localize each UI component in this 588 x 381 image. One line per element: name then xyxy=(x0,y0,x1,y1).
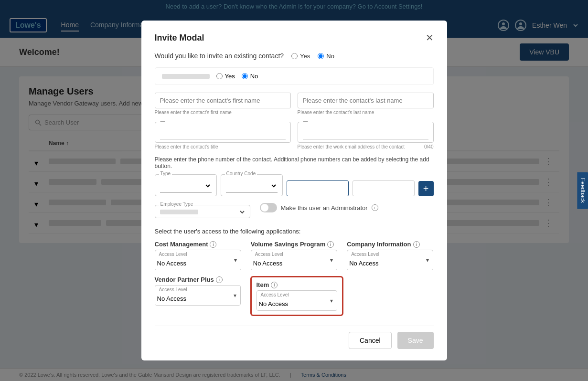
vendor-partner-access: Vendor Partner Plus i Access Level No Ac… xyxy=(155,276,241,306)
item-access-label: Access Level xyxy=(257,291,337,297)
country-code-label: Country Code xyxy=(225,171,257,176)
admin-toggle[interactable] xyxy=(260,203,277,212)
cost-management-title: Cost Management i xyxy=(155,241,241,248)
feedback-tab[interactable]: Feedback xyxy=(577,172,588,209)
admin-toggle-row: Make this user an Administrator i xyxy=(260,203,378,212)
employee-type-group: Employee Type xyxy=(155,205,250,218)
invite-modal: Invite Modal ✕ Would you like to invite … xyxy=(141,21,447,360)
company-information-select-wrap: Access Level No Access xyxy=(347,250,433,270)
blurred-label xyxy=(162,74,210,79)
second-radio-no[interactable]: No xyxy=(242,73,258,80)
company-information-access-label: Access Level xyxy=(347,250,433,257)
second-radio-yes[interactable]: Yes xyxy=(216,73,235,80)
access-grid-row1: Cost Management i Access Level No Access… xyxy=(155,241,434,270)
second-radio-no-input[interactable] xyxy=(242,73,248,79)
employee-type-wrap: Employee Type xyxy=(155,205,250,218)
vendor-partner-select[interactable]: No Access xyxy=(155,292,240,305)
last-name-label: Please enter the contact's last name xyxy=(298,110,434,115)
radio-yes-input[interactable] xyxy=(291,53,298,59)
employee-admin-row: Employee Type Make this user an Administ… xyxy=(155,203,434,220)
cost-management-select[interactable]: No Access xyxy=(155,257,241,270)
country-code-group: Country Code xyxy=(221,174,283,196)
phone-ext-group xyxy=(353,180,415,196)
volume-savings-select[interactable]: No Access xyxy=(251,257,337,270)
admin-info-icon: i xyxy=(372,204,378,211)
employee-type-label: Employee Type xyxy=(159,201,195,207)
vendor-partner-select-wrap: Access Level No Access xyxy=(155,285,241,306)
company-information-access: Company Information i Access Level No Ac… xyxy=(347,241,433,270)
add-phone-button[interactable]: + xyxy=(418,181,434,196)
title-input[interactable] xyxy=(160,126,286,139)
radio-no[interactable]: No xyxy=(318,53,334,60)
phone-instruction: Please enter the phone number of the con… xyxy=(155,156,434,169)
second-radio-yes-input[interactable] xyxy=(216,73,223,79)
volume-savings-info-icon: i xyxy=(327,241,334,248)
item-access-highlighted: Item i Access Level No Access xyxy=(250,276,343,316)
modal-overlay: Invite Modal ✕ Would you like to invite … xyxy=(0,0,588,381)
first-name-input[interactable] xyxy=(155,93,291,108)
volume-savings-access: Volume Savings Program i Access Level No… xyxy=(251,241,337,270)
volume-savings-access-label: Access Level xyxy=(251,250,337,257)
cost-management-info-icon: i xyxy=(210,241,216,248)
title-hint: Please enter the contact's title xyxy=(155,144,291,149)
item-info-icon: i xyxy=(271,282,278,288)
admin-label: Make this user an Administrator xyxy=(281,204,368,212)
access-section-label: Select the user's access to the followin… xyxy=(155,228,434,235)
company-information-title: Company Information i xyxy=(347,241,433,248)
title-field-label: — xyxy=(159,118,167,124)
email-field-wrap: — xyxy=(298,122,434,143)
item-select[interactable]: No Access xyxy=(257,297,337,310)
email-group: — Please enter the work email address of… xyxy=(298,122,434,149)
cost-management-access: Cost Management i Access Level No Access xyxy=(155,241,241,270)
cost-management-access-label: Access Level xyxy=(155,250,241,257)
existing-contact-question: Would you like to invite an existing con… xyxy=(155,52,434,60)
modal-footer: Cancel Save xyxy=(155,326,434,349)
type-label: Type xyxy=(159,171,172,176)
title-email-row: — Please enter the contact's title — Ple… xyxy=(155,122,434,149)
last-name-group: Please enter the contact's last name xyxy=(298,93,434,115)
radio-yes[interactable]: Yes xyxy=(291,53,310,60)
volume-savings-title: Volume Savings Program i xyxy=(251,241,337,248)
country-code-select[interactable] xyxy=(226,179,278,193)
email-field-label: — xyxy=(302,118,310,124)
access-grid-row2: Vendor Partner Plus i Access Level No Ac… xyxy=(155,276,434,316)
phone-ext-input[interactable] xyxy=(353,180,415,196)
type-field-wrap: Type xyxy=(155,174,217,196)
title-field-wrap: — xyxy=(155,122,291,143)
title-group: — Please enter the contact's title xyxy=(155,122,291,149)
volume-savings-select-wrap: Access Level No Access xyxy=(251,250,337,270)
first-name-group: Please enter the contact's first name xyxy=(155,93,291,115)
type-select[interactable] xyxy=(160,179,212,193)
item-title: Item i xyxy=(257,281,337,288)
employee-type-value xyxy=(160,210,198,214)
second-toggle-row: Yes No xyxy=(155,67,434,85)
question-text: Would you like to invite an existing con… xyxy=(155,52,284,60)
phone-number-input[interactable] xyxy=(287,180,349,196)
company-information-info-icon: i xyxy=(413,241,420,248)
email-input[interactable] xyxy=(303,126,428,139)
cancel-button[interactable]: Cancel xyxy=(349,332,392,349)
name-row: Please enter the contact's first name Pl… xyxy=(155,93,434,115)
phone-type-group: Type xyxy=(155,174,217,196)
first-name-label: Please enter the contact's first name xyxy=(155,110,291,115)
email-hint: Please enter the work email address of t… xyxy=(298,144,405,149)
company-information-select[interactable]: No Access xyxy=(347,257,433,270)
last-name-input[interactable] xyxy=(298,93,434,108)
vendor-partner-title: Vendor Partner Plus i xyxy=(155,276,241,283)
radio-no-input[interactable] xyxy=(318,53,324,59)
vendor-partner-access-label: Access Level xyxy=(155,286,240,292)
modal-close-button[interactable]: ✕ xyxy=(426,32,434,43)
cost-management-select-wrap: Access Level No Access xyxy=(155,250,241,270)
modal-header: Invite Modal ✕ xyxy=(155,32,434,43)
item-select-wrap: Access Level No Access xyxy=(257,290,337,311)
chevron-down-icon xyxy=(239,209,245,215)
email-count: 0/40 xyxy=(424,144,433,149)
vendor-partner-info-icon: i xyxy=(216,276,223,283)
phone-row: Type Country Code + xyxy=(155,174,434,196)
country-code-wrap: Country Code xyxy=(221,174,283,196)
modal-title: Invite Modal xyxy=(155,33,204,43)
phone-number-group xyxy=(287,180,349,196)
save-button[interactable]: Save xyxy=(397,332,434,349)
